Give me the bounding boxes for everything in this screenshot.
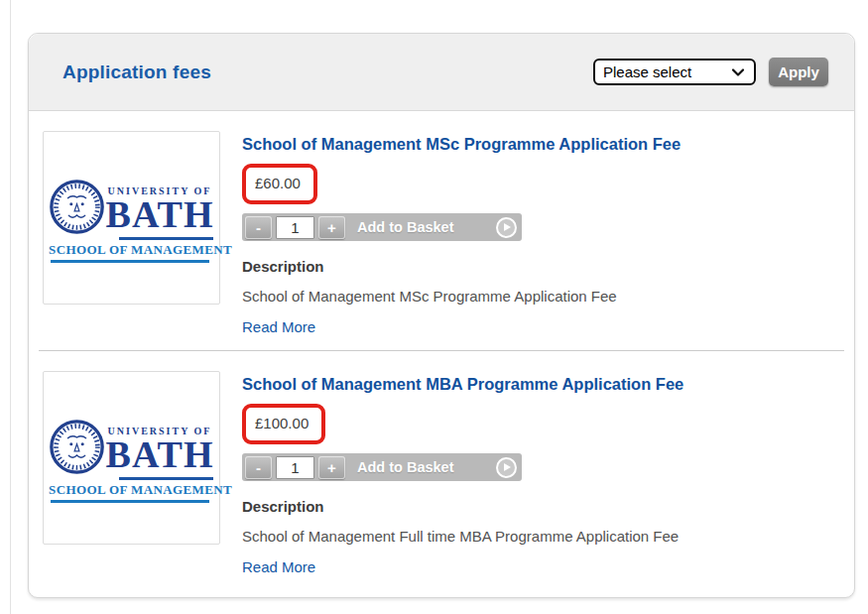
category-select[interactable]: Please select <box>593 59 756 85</box>
logo-school-of-management-text: SCHOOL OF MANAGEMENT <box>49 482 211 498</box>
product-row-msc: UNIVERSITY OF BATH SCHOOL OF MANAGEMENT … <box>29 111 854 336</box>
logo-rule-bottom <box>51 260 209 263</box>
category-select-value: Please select <box>603 63 691 80</box>
product-list: UNIVERSITY OF BATH SCHOOL OF MANAGEMENT … <box>29 111 854 597</box>
logo-rule-top <box>119 237 213 240</box>
product-image: UNIVERSITY OF BATH SCHOOL OF MANAGEMENT <box>43 131 220 305</box>
quantity-input[interactable] <box>276 216 314 239</box>
logo-rule-top <box>119 477 213 480</box>
bath-crest-icon <box>49 179 105 235</box>
product-title[interactable]: School of Management MSc Programme Appli… <box>242 135 840 154</box>
add-to-basket-bar[interactable]: - + Add to Basket <box>242 453 522 481</box>
read-more-link[interactable]: Read More <box>242 318 315 335</box>
add-to-basket-bar[interactable]: - + Add to Basket <box>242 213 522 241</box>
product-price: £60.00 <box>255 175 301 191</box>
description-heading: Description <box>242 258 840 275</box>
logo-rule-bottom <box>51 500 209 503</box>
page-left-border <box>10 0 11 614</box>
product-price: £100.00 <box>255 415 309 431</box>
read-more-link[interactable]: Read More <box>242 558 315 575</box>
quantity-input[interactable] <box>276 456 314 479</box>
description-heading: Description <box>242 498 840 515</box>
chevron-down-icon <box>731 67 745 77</box>
arrow-right-icon <box>496 217 517 238</box>
price-highlight-annotation: £60.00 <box>242 164 317 204</box>
logo-bath-text: BATH <box>105 432 214 476</box>
description-text: School of Management Full time MBA Progr… <box>242 528 840 545</box>
add-to-basket-label: Add to Basket <box>357 219 454 235</box>
quantity-decrease-button[interactable]: - <box>245 456 272 479</box>
logo-school-of-management-text: SCHOOL OF MANAGEMENT <box>49 242 211 258</box>
description-text: School of Management MSc Programme Appli… <box>242 288 840 305</box>
add-to-basket-label: Add to Basket <box>357 459 454 475</box>
header-controls: Please select Apply <box>593 58 828 86</box>
panel-title: Application fees <box>62 61 211 83</box>
arrow-right-icon <box>496 457 517 478</box>
product-info: School of Management MSc Programme Appli… <box>242 131 840 336</box>
product-image: UNIVERSITY OF BATH SCHOOL OF MANAGEMENT <box>43 371 220 545</box>
apply-button[interactable]: Apply <box>769 58 828 86</box>
quantity-decrease-button[interactable]: - <box>245 216 272 239</box>
application-fees-panel: Application fees Please select Apply <box>28 33 855 598</box>
quantity-increase-button[interactable]: + <box>318 456 345 479</box>
product-title[interactable]: School of Management MBA Programme Appli… <box>242 375 840 394</box>
price-highlight-annotation: £100.00 <box>242 404 325 444</box>
quantity-increase-button[interactable]: + <box>318 216 345 239</box>
product-row-mba: UNIVERSITY OF BATH SCHOOL OF MANAGEMENT … <box>29 351 854 576</box>
product-info: School of Management MBA Programme Appli… <box>242 371 840 576</box>
panel-header: Application fees Please select Apply <box>29 34 854 111</box>
logo-bath-text: BATH <box>105 192 214 236</box>
bath-crest-icon <box>49 419 105 475</box>
